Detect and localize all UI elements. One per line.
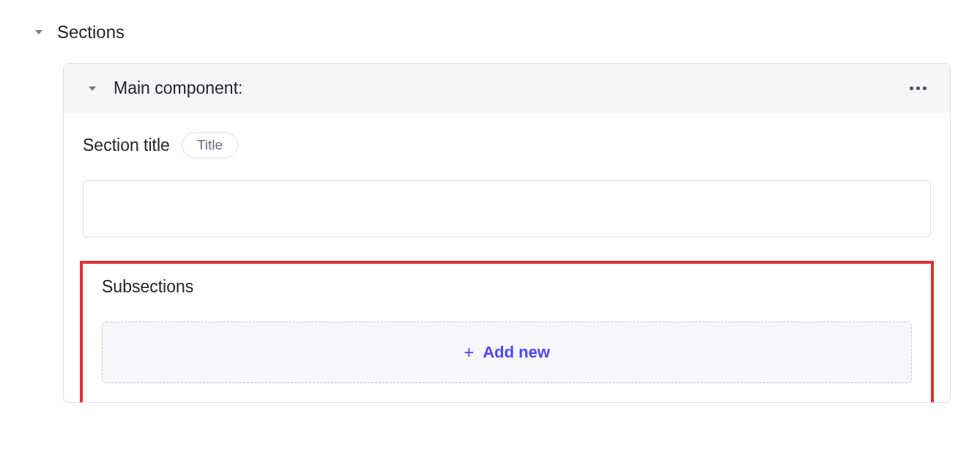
title-pill: Title <box>182 132 238 158</box>
card-header: Main component: <box>64 64 950 113</box>
card-body: Section title Title Subsections + Add ne… <box>64 113 950 403</box>
sections-header: Sections <box>29 22 951 42</box>
section-title-input[interactable] <box>83 180 931 237</box>
add-new-button[interactable]: + Add new <box>102 322 912 383</box>
card-header-title: Main component: <box>114 78 242 98</box>
section-title-row: Section title Title <box>83 132 931 158</box>
subsections-label: Subsections <box>102 277 912 297</box>
more-horizontal-icon[interactable] <box>905 82 931 95</box>
card-header-left: Main component: <box>83 78 242 98</box>
section-title-label: Section title <box>83 136 170 155</box>
subsections-highlight: Subsections + Add new <box>80 261 934 403</box>
caret-down-icon[interactable] <box>89 86 96 91</box>
caret-down-icon[interactable] <box>35 30 42 34</box>
plus-icon: + <box>464 344 474 361</box>
add-new-label: Add new <box>483 343 550 362</box>
sections-label: Sections <box>57 22 125 42</box>
section-card: Main component: Section title Title Subs… <box>63 63 951 403</box>
